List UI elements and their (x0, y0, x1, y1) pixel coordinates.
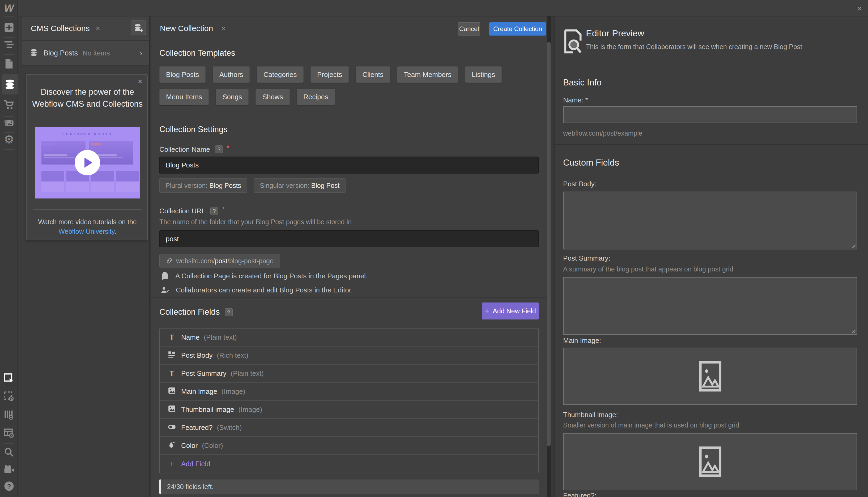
window-close-button[interactable]: × (851, 0, 868, 16)
play-button-icon[interactable] (74, 150, 100, 175)
field-name: Main Image (181, 387, 217, 396)
plural-label: Plural version: (165, 182, 207, 189)
promo-mock-card (91, 171, 114, 192)
collection-list-item-blog-posts[interactable]: Blog Posts No items › (22, 41, 149, 66)
collection-url-input[interactable]: post (160, 230, 539, 247)
custom-fields-heading: Custom Fields (563, 158, 619, 168)
template-button[interactable]: Clients (356, 66, 390, 83)
field-row-post-summary[interactable]: T Post Summary (Plain text) (160, 365, 538, 383)
cms-collections-button[interactable] (2, 74, 18, 95)
svg-text:?: ? (7, 483, 11, 490)
template-button[interactable]: Authors (213, 66, 250, 83)
field-row-featured[interactable]: Featured? (Switch) (160, 419, 538, 437)
link-icon (166, 257, 173, 264)
promo-footer-text: Watch more video tutorials on the (38, 218, 137, 226)
main-image-upload-box[interactable] (563, 347, 857, 405)
promo-mock-card (41, 171, 64, 192)
template-button[interactable]: Team Members (397, 66, 458, 83)
create-collection-button[interactable]: Create Collection (489, 22, 546, 36)
field-row-color[interactable]: Color (Color) (160, 437, 538, 455)
template-button[interactable]: Menu Items (160, 89, 209, 105)
cancel-button[interactable]: Cancel (458, 22, 480, 36)
edit-element-button[interactable] (0, 370, 18, 387)
template-button[interactable]: Categories (257, 66, 304, 83)
page-icon (161, 272, 169, 280)
preview-name-input[interactable] (563, 106, 857, 123)
cms-panel-close-button[interactable]: × (96, 24, 100, 33)
navigator-icon (4, 40, 14, 49)
thumbnail-image-upload-box[interactable] (563, 433, 857, 491)
video-tutorials-button[interactable] (0, 461, 18, 478)
webflow-university-link[interactable]: Webflow University (58, 228, 114, 235)
collection-name-input[interactable]: Blog Posts (160, 157, 539, 173)
post-body-textarea[interactable] (563, 191, 857, 250)
new-collection-dialog: New Collection × Cancel Create Collectio… (151, 16, 547, 497)
section-divider (151, 297, 547, 298)
plus-icon: + (167, 459, 176, 469)
cms-panel-header: CMS Collections × (22, 16, 149, 41)
video-camera-icon (3, 464, 15, 474)
ecommerce-button[interactable] (0, 96, 18, 113)
field-row-post-body[interactable]: Post Body (Rich text) (160, 346, 538, 365)
gear-icon: ⚙ (4, 132, 14, 146)
resize-grip-icon[interactable] (850, 243, 855, 248)
pages-button[interactable] (0, 55, 18, 72)
scrollbar-thumb[interactable] (547, 42, 551, 446)
note-collection-page-text: A Collection Page is created for Blog Po… (175, 272, 368, 280)
help-button[interactable]: ? (0, 478, 18, 495)
search-button[interactable] (0, 444, 18, 461)
help-badge[interactable]: ? (225, 308, 233, 316)
post-body-label: Post Body: (563, 180, 596, 188)
new-collection-button[interactable] (131, 20, 146, 35)
layout-eye-icon (4, 428, 14, 438)
dialog-close-button[interactable]: × (221, 24, 226, 33)
add-new-field-button[interactable]: + Add New Field (482, 302, 539, 320)
url-preview-chip: website.com/post/blog-post-page (160, 254, 280, 268)
template-button[interactable]: Blog Posts (160, 66, 206, 83)
add-elements-button[interactable] (0, 19, 18, 36)
xray-mode-button[interactable] (0, 388, 18, 405)
collection-fields-heading: Collection Fields (160, 307, 220, 316)
navigator-button[interactable] (0, 36, 18, 53)
add-new-field-label: Add New Field (493, 307, 536, 315)
post-summary-label: Post Summary: (563, 254, 610, 262)
template-button[interactable]: Shows (256, 89, 290, 105)
search-icon (4, 447, 14, 457)
url-suffix: /blog-post-page (228, 257, 274, 265)
select-element-icon (4, 373, 14, 384)
collection-name: Blog Posts (44, 49, 78, 57)
help-badge[interactable]: ? (215, 145, 223, 153)
promo-video-thumbnail[interactable]: FEATURED POSTS (35, 127, 140, 198)
image-placeholder-icon (699, 360, 722, 392)
settings-button[interactable]: ⚙ (0, 130, 18, 147)
field-row-main-image[interactable]: Main Image (Image) (160, 383, 538, 401)
assets-button[interactable] (0, 114, 18, 131)
note-collection-page: A Collection Page is created for Blog Po… (161, 272, 368, 280)
add-field-row[interactable]: + Add Field (160, 455, 538, 473)
layout-preview-button[interactable] (0, 425, 18, 442)
webflow-logo-icon[interactable]: W (0, 2, 18, 14)
plural-value: Blog Posts (209, 182, 241, 189)
template-button[interactable]: Listings (465, 66, 502, 83)
template-button[interactable]: Recipes (297, 89, 335, 105)
dialog-scrollbar[interactable] (547, 16, 551, 497)
switch-field-icon (167, 424, 176, 432)
post-summary-textarea[interactable] (563, 277, 857, 335)
plural-version-chip: Plural version: Blog Posts (160, 178, 247, 193)
collection-name-label-row: Collection Name ? * (160, 144, 230, 154)
collaborator-edit-icon (161, 286, 169, 294)
resize-grip-icon[interactable] (850, 328, 855, 333)
help-badge[interactable]: ? (210, 207, 218, 215)
plus-square-icon (4, 22, 14, 33)
required-asterisk: * (222, 205, 225, 213)
promo-close-button[interactable]: × (138, 77, 142, 86)
field-row-thumbnail-image[interactable]: Thumbnail image (Image) (160, 401, 538, 419)
main-image-label: Main Image: (563, 337, 601, 345)
xray-eye-icon (4, 391, 14, 402)
template-button[interactable]: Songs (216, 89, 249, 105)
editor-preview-subtitle: This is the form that Collaborators will… (586, 43, 802, 51)
template-button[interactable]: Projects (311, 66, 349, 83)
top-bar (0, 0, 868, 16)
field-row-name[interactable]: T Name (Plain text) (160, 328, 538, 346)
guides-toggle-button[interactable] (0, 407, 18, 424)
